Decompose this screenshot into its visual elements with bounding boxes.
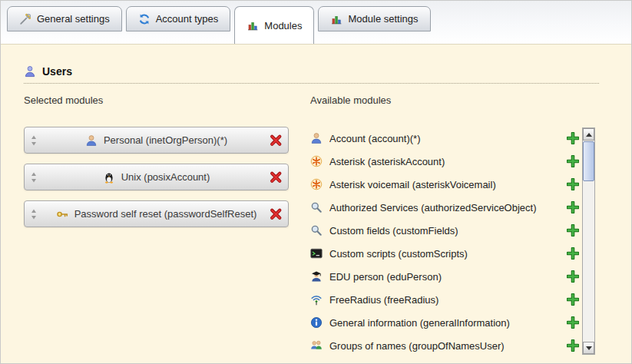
available-module-row: EDU person (eduPerson) (310, 265, 579, 288)
module-label: Asterisk (asteriskAccount) (329, 156, 560, 167)
add-module-button[interactable] (567, 132, 579, 144)
add-icon (567, 132, 579, 144)
available-module-row: Authorized Services (authorizedServiceOb… (310, 196, 579, 219)
selected-modules-heading: Selected modules (24, 94, 103, 106)
user-icon (24, 65, 36, 78)
modules-icon (247, 19, 259, 31)
group-icon (310, 339, 323, 352)
add-module-button[interactable] (567, 201, 579, 213)
person-icon (85, 134, 98, 147)
add-module-button[interactable] (567, 339, 579, 352)
add-icon (567, 339, 579, 352)
scrollbar-down-button[interactable] (583, 342, 594, 354)
general-settings-icon (19, 13, 31, 25)
module-label: Unix (posixAccount) (121, 171, 210, 183)
add-icon (567, 247, 579, 260)
module-label: Asterisk voicemail (asteriskVoicemail) (329, 179, 560, 190)
available-modules-scrollbar[interactable] (582, 127, 595, 355)
section-title: Users (42, 65, 72, 78)
available-modules-list: Account (account)(*) Asterisk (asteriskA… (310, 127, 579, 357)
module-label: EDU person (eduPerson) (329, 271, 560, 283)
available-modules-heading: Available modules (310, 94, 391, 106)
add-icon (567, 155, 579, 167)
account-types-icon (138, 13, 151, 25)
drag-handle-icon[interactable] (31, 209, 37, 220)
scrollbar-up-button[interactable] (583, 128, 594, 141)
tab-strip: General settings Account types (7, 6, 431, 44)
module-label: Password self reset (passwordSelfReset) (74, 208, 257, 220)
remove-module-button[interactable] (270, 134, 283, 147)
add-module-button[interactable] (567, 316, 579, 329)
remove-module-button[interactable] (270, 207, 283, 220)
tux-icon (103, 171, 115, 184)
tab-module-settings[interactable]: Module settings (318, 6, 430, 31)
tab-account-types[interactable]: Account types (126, 6, 231, 31)
info-icon (310, 316, 323, 329)
tab-bar: General settings Account types (1, 1, 631, 45)
available-module-row: Account (account)(*) (310, 127, 579, 150)
add-icon (567, 316, 579, 329)
account-type-heading: Users (24, 65, 599, 84)
available-module-row: FreeRadius (freeRadius) (310, 288, 579, 311)
selected-modules-list: Personal (inetOrgPerson)(*) (24, 127, 289, 237)
tab-label: Module settings (348, 13, 418, 25)
antenna-icon (310, 293, 323, 306)
key-icon (56, 208, 68, 220)
tab-label: General settings (37, 13, 110, 25)
module-label: Personal (inetOrgPerson)(*) (104, 134, 227, 146)
remove-module-button[interactable] (270, 170, 283, 184)
scrollbar-thumb[interactable] (583, 141, 594, 181)
module-label: FreeRadius (freeRadius) (329, 294, 560, 306)
available-module-row: Asterisk (asteriskAccount) (310, 150, 579, 173)
terminal-icon (310, 247, 323, 260)
available-module-row: Custom scripts (customScripts) (310, 242, 579, 265)
add-module-button[interactable] (567, 270, 579, 283)
tab-general-settings[interactable]: General settings (7, 6, 122, 31)
available-module-row: General information (generalInformation) (310, 311, 579, 334)
selected-module-row[interactable]: Personal (inetOrgPerson)(*) (24, 127, 289, 154)
available-module-row: Asterisk voicemail (asteriskVoicemail) (310, 173, 579, 196)
add-icon (567, 178, 579, 190)
person-icon (310, 132, 323, 144)
lam-configuration-window: General settings Account types (0, 0, 632, 364)
graduate-icon (310, 270, 323, 283)
module-label: Groups of names (groupOfNamesUser) (329, 340, 560, 352)
add-module-button[interactable] (567, 178, 579, 190)
tab-modules[interactable]: Modules (234, 6, 314, 44)
asterisk-icon (310, 155, 323, 167)
available-module-row: Groups of names (groupOfNamesUser) (310, 334, 579, 357)
down-arrow-icon (586, 346, 592, 350)
selected-module-row[interactable]: Unix (posixAccount) (24, 164, 289, 190)
module-label: General information (generalInformation) (329, 317, 560, 329)
add-module-button[interactable] (567, 293, 579, 306)
add-module-button[interactable] (567, 155, 579, 167)
add-icon (567, 270, 579, 283)
asterisk-icon (310, 178, 323, 190)
add-module-button[interactable] (567, 224, 579, 237)
module-label: Account (account)(*) (329, 133, 560, 144)
module-label: Custom scripts (customScripts) (329, 248, 560, 260)
magnifier-icon (310, 201, 323, 213)
drag-handle-icon[interactable] (31, 135, 37, 146)
selected-module-row[interactable]: Password self reset (passwordSelfReset) (24, 200, 289, 227)
available-module-row: Custom fields (customFields) (310, 219, 579, 242)
add-module-button[interactable] (567, 247, 579, 260)
module-settings-icon (330, 13, 342, 25)
delete-icon (270, 170, 283, 184)
module-label: Authorized Services (authorizedServiceOb… (329, 202, 560, 213)
tab-label: Account types (156, 13, 219, 25)
add-icon (567, 224, 579, 237)
add-icon (567, 201, 579, 213)
magnifier-icon (310, 224, 323, 237)
delete-icon (270, 207, 283, 220)
module-label: Custom fields (customFields) (329, 225, 560, 237)
drag-handle-icon[interactable] (31, 172, 37, 183)
tab-label: Modules (264, 20, 302, 31)
up-arrow-icon (586, 133, 592, 137)
add-icon (567, 293, 579, 306)
delete-icon (270, 134, 283, 147)
